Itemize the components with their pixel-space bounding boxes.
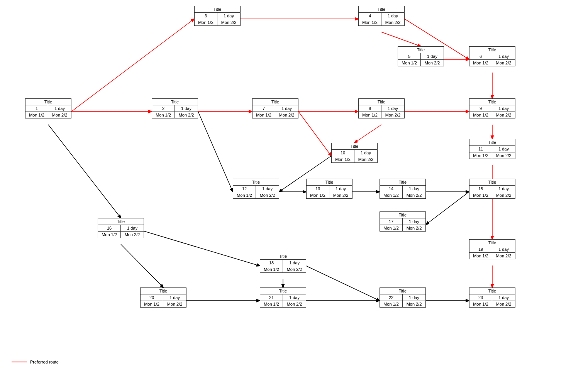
- node-start-7: Mon 1/2: [252, 112, 275, 118]
- node-num-18: 18: [260, 260, 283, 266]
- node-1[interactable]: Title 1 1 day Mon 1/2 Mon 2/2: [25, 98, 71, 118]
- node-17[interactable]: Title 17 1 day Mon 1/2 Mon 2/2: [380, 211, 426, 232]
- node-body-13: 13 1 day Mon 1/2 Mon 2/2: [307, 186, 352, 198]
- node-end-11: Mon 2/2: [492, 152, 515, 159]
- node-start-3: Mon 1/2: [195, 19, 217, 25]
- node-title-2: Title: [152, 99, 198, 105]
- node-duration-1: 1 day: [48, 105, 71, 112]
- node-9[interactable]: Title 9 1 day Mon 1/2 Mon 2/2: [469, 98, 515, 118]
- node-title-7: Title: [252, 99, 298, 105]
- node-4[interactable]: Title 4 1 day Mon 1/2 Mon 2/2: [358, 6, 405, 26]
- node-title-9: Title: [469, 99, 515, 105]
- node-title-15: Title: [469, 179, 515, 186]
- node-end-22: Mon 2/2: [403, 301, 425, 307]
- node-3[interactable]: Title 3 1 day Mon 1/2 Mon 2/2: [194, 6, 241, 26]
- node-title-4: Title: [359, 6, 404, 13]
- node-end-4: Mon 2/2: [381, 19, 404, 25]
- node-end-20: Mon 2/2: [163, 301, 186, 307]
- node-duration-6: 1 day: [492, 53, 515, 60]
- node-start-11: Mon 1/2: [469, 152, 492, 159]
- node-body-12: 12 1 day Mon 1/2 Mon 2/2: [233, 186, 279, 198]
- node-duration-23: 1 day: [492, 294, 515, 301]
- node-duration-17: 1 day: [403, 218, 425, 225]
- node-num-21: 21: [260, 294, 283, 301]
- node-end-15: Mon 2/2: [492, 192, 515, 198]
- arrow-1-16: [48, 125, 121, 218]
- node-title-12: Title: [233, 179, 279, 186]
- node-num-16: 16: [98, 225, 121, 232]
- node-body-17: 17 1 day Mon 1/2 Mon 2/2: [380, 218, 425, 231]
- node-11[interactable]: Title 11 1 day Mon 1/2 Mon 2/2: [469, 139, 515, 159]
- node-duration-3: 1 day: [217, 13, 240, 19]
- node-num-11: 11: [469, 146, 492, 152]
- node-start-14: Mon 1/2: [380, 192, 403, 198]
- legend-line: [12, 362, 27, 362]
- node-start-8: Mon 1/2: [359, 112, 381, 118]
- node-6[interactable]: Title 6 1 day Mon 1/2 Mon 2/2: [469, 46, 515, 66]
- node-num-2: 2: [152, 105, 175, 112]
- node-body-8: 8 1 day Mon 1/2 Mon 2/2: [359, 105, 404, 118]
- node-body-18: 18 1 day Mon 1/2 Mon 2/2: [260, 260, 306, 272]
- node-end-5: Mon 2/2: [421, 60, 444, 66]
- node-16[interactable]: Title 16 1 day Mon 1/2 Mon 2/2: [98, 218, 144, 238]
- node-21[interactable]: Title 21 1 day Mon 1/2 Mon 2/2: [260, 287, 306, 308]
- node-duration-8: 1 day: [381, 105, 404, 112]
- node-2[interactable]: Title 2 1 day Mon 1/2 Mon 2/2: [152, 98, 198, 118]
- arrow-2-12: [198, 112, 233, 192]
- node-duration-19: 1 day: [492, 246, 515, 253]
- node-duration-22: 1 day: [403, 294, 425, 301]
- node-8[interactable]: Title 8 1 day Mon 1/2 Mon 2/2: [358, 98, 405, 118]
- arrow-16-20: [121, 244, 163, 287]
- node-title-13: Title: [307, 179, 352, 186]
- node-duration-18: 1 day: [283, 260, 306, 266]
- node-body-20: 20 1 day Mon 1/2 Mon 2/2: [141, 294, 186, 307]
- node-duration-16: 1 day: [121, 225, 144, 232]
- node-22[interactable]: Title 22 1 day Mon 1/2 Mon 2/2: [380, 287, 426, 308]
- node-body-15: 15 1 day Mon 1/2 Mon 2/2: [469, 186, 515, 198]
- node-num-12: 12: [233, 186, 256, 192]
- node-start-6: Mon 1/2: [469, 60, 492, 66]
- node-num-13: 13: [307, 186, 329, 192]
- arrow-18-22: [306, 266, 380, 301]
- node-18[interactable]: Title 18 1 day Mon 1/2 Mon 2/2: [260, 253, 306, 273]
- node-5[interactable]: Title 5 1 day Mon 1/2 Mon 2/2: [398, 46, 444, 66]
- node-13[interactable]: Title 13 1 day Mon 1/2 Mon 2/2: [306, 179, 352, 199]
- node-title-16: Title: [98, 218, 144, 225]
- node-num-8: 8: [359, 105, 381, 112]
- node-end-14: Mon 2/2: [403, 192, 425, 198]
- node-end-6: Mon 2/2: [492, 60, 515, 66]
- node-body-1: 1 1 day Mon 1/2 Mon 2/2: [25, 105, 71, 118]
- node-body-2: 2 1 day Mon 1/2 Mon 2/2: [152, 105, 198, 118]
- node-start-15: Mon 1/2: [469, 192, 492, 198]
- node-title-22: Title: [380, 288, 425, 294]
- node-end-9: Mon 2/2: [492, 112, 515, 118]
- node-start-16: Mon 1/2: [98, 232, 121, 238]
- arrow-7-10: [298, 112, 331, 156]
- node-body-4: 4 1 day Mon 1/2 Mon 2/2: [359, 13, 404, 25]
- node-19[interactable]: Title 19 1 day Mon 1/2 Mon 2/2: [469, 239, 515, 259]
- node-start-2: Mon 1/2: [152, 112, 175, 118]
- node-15[interactable]: Title 15 1 day Mon 1/2 Mon 2/2: [469, 179, 515, 199]
- node-12[interactable]: Title 12 1 day Mon 1/2 Mon 2/2: [233, 179, 279, 199]
- node-num-20: 20: [141, 294, 163, 301]
- node-body-10: 10 1 day Mon 1/2 Mon 2/2: [332, 150, 377, 162]
- node-num-5: 5: [398, 53, 421, 60]
- node-23[interactable]: Title 23 1 day Mon 1/2 Mon 2/2: [469, 287, 515, 308]
- node-start-10: Mon 1/2: [332, 156, 354, 162]
- node-7[interactable]: Title 7 1 day Mon 1/2 Mon 2/2: [252, 98, 298, 118]
- node-14[interactable]: Title 14 1 day Mon 1/2 Mon 2/2: [380, 179, 426, 199]
- node-start-23: Mon 1/2: [469, 301, 492, 307]
- node-body-16: 16 1 day Mon 1/2 Mon 2/2: [98, 225, 144, 238]
- arrow-16-18: [144, 231, 260, 266]
- legend: Preferred route: [12, 360, 59, 364]
- node-title-18: Title: [260, 253, 306, 260]
- node-20[interactable]: Title 20 1 day Mon 1/2 Mon 2/2: [140, 287, 186, 308]
- node-num-14: 14: [380, 186, 403, 192]
- node-duration-14: 1 day: [403, 186, 425, 192]
- node-end-18: Mon 2/2: [283, 266, 306, 272]
- node-10[interactable]: Title 10 1 day Mon 1/2 Mon 2/2: [331, 143, 378, 163]
- node-title-20: Title: [141, 288, 186, 294]
- node-title-23: Title: [469, 288, 515, 294]
- node-title-10: Title: [332, 143, 377, 150]
- node-start-19: Mon 1/2: [469, 253, 492, 259]
